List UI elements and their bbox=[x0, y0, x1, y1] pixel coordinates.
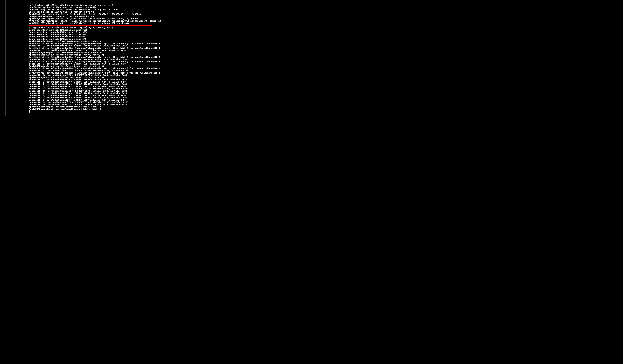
log-line: Sound assertion in AppleHDAEngine at lin… bbox=[29, 38, 161, 40]
log-line: levelControl->setValueChangeHandler ( &c… bbox=[29, 72, 161, 74]
log-line: controlID: 5, coreAudioChannelID = 1 FRO… bbox=[29, 63, 161, 65]
log-line: controlID: 2, coreAudioChannelID = 2 FRO… bbox=[29, 45, 161, 47]
log-line: AppleHDAEngineInput::performFormatChange… bbox=[29, 40, 161, 43]
log-line: apfs_keybag_init:1372: failed to initial… bbox=[29, 4, 161, 6]
log-line: unexpected session: 100000 uid: -1 reque… bbox=[29, 11, 161, 13]
log-line: AppleHDAEngineOutput::performFormatChang… bbox=[29, 54, 161, 56]
log-line: controlID: 10, coreAudioChannelID = 1 FR… bbox=[29, 90, 161, 92]
log-line: WARNING: IOPlatformPluginUtil : getCPUID… bbox=[29, 22, 161, 24]
log-line: levelControl->setValueChangeHandler ( &c… bbox=[29, 61, 161, 63]
log-line: controlID: 7, coreAudioChannelID = 2 FRO… bbox=[29, 59, 161, 61]
log-line: -- power management may be incomplete or… bbox=[29, 24, 161, 27]
log-line: controlID: 12, coreAudioChannelID = 2 FR… bbox=[29, 101, 161, 104]
log-line: AppleKeyStore: operation failed (pid: 84… bbox=[29, 18, 161, 20]
log-line: unexpected session: 100000 uid: -1 reque… bbox=[29, 16, 161, 18]
log-line: controlID: 5, coreAudioChannelID = 1 FRO… bbox=[29, 85, 161, 88]
log-line: +- AppleHDADriver::layoutLoadCallback ( … bbox=[29, 27, 161, 29]
log-line: handle_encryption_rolling:5603: er: requ… bbox=[29, 6, 161, 9]
log-line: controlID: 0, coreAudioChannelID = 1 FRO… bbox=[29, 81, 161, 83]
log-line: levelControl->setValueChangeHandler ( &c… bbox=[29, 67, 161, 70]
log-line: Sound assertion in AppleHDAEngine at lin… bbox=[29, 29, 161, 31]
log-line: levelControl->setValueChangeHandler ( &c… bbox=[29, 47, 161, 49]
log-line: controlID: 12, coreAudioChannelID = 2 FR… bbox=[29, 70, 161, 72]
log-line: ACPI_SMC_PlatformPlugin::start - waitFor… bbox=[29, 20, 161, 22]
log-line: controlID: 7, coreAudioChannelID = 2 FRO… bbox=[29, 83, 161, 85]
log-line: controlID: 0, coreAudioChannelID = 1 FRO… bbox=[29, 95, 161, 97]
log-line: controlID: 7, coreAudioChannelID = 2 FRO… bbox=[29, 97, 161, 99]
log-line: Sound assertion in AppleHDAEngine at lin… bbox=[29, 36, 161, 38]
log-line: Sound assertion in AppleHDAEngine at lin… bbox=[29, 31, 161, 34]
log-line: AppleHDAEngineOutput::performFormatChang… bbox=[29, 65, 161, 67]
log-line: levelControl->setValueChangeHandler ( &c… bbox=[29, 56, 161, 59]
log-line: AppleKeyStore: operation failed (pid: 84… bbox=[29, 13, 161, 16]
log-line: AppleHDAEngineInput::performFormatChange… bbox=[29, 106, 161, 108]
log-line: levelControl->setValueChangeHandler ( &c… bbox=[29, 43, 161, 45]
console-output: apfs_keybag_init:1372: failed to initial… bbox=[29, 4, 161, 110]
text-cursor bbox=[29, 110, 30, 113]
log-line: AppleHDAEngineInput::performFormatChange… bbox=[29, 52, 161, 54]
log-line: controlID: 5, coreAudioChannelID = 1 FRO… bbox=[29, 99, 161, 101]
log-line: controlID: 0, coreAudioChannelID = 1 FRO… bbox=[29, 49, 161, 52]
log-line: controlID: 2, coreAudioChannelID = 2 FRO… bbox=[29, 79, 161, 81]
log-line: controlID: 12, coreAudioChannelID = 2 FR… bbox=[29, 88, 161, 90]
log-line: controlID: 10, coreAudioChannelID = 1 FR… bbox=[29, 104, 161, 106]
log-line: AppleHDAEngineInput::performFormatChange… bbox=[29, 108, 161, 110]
log-line: controlID: 10, coreAudioChannelID = 1 FR… bbox=[29, 74, 161, 77]
log-line: en0: DAD complete for fe80:7::8e5:7f5c:a… bbox=[29, 9, 161, 11]
log-line: Sound assertion in AppleHDAEngine at lin… bbox=[29, 34, 161, 36]
log-line: controlID: 2, coreAudioChannelID = 2 FRO… bbox=[29, 92, 161, 95]
log-line: AppleHDAEngineOutput::performFormatChang… bbox=[29, 77, 161, 79]
